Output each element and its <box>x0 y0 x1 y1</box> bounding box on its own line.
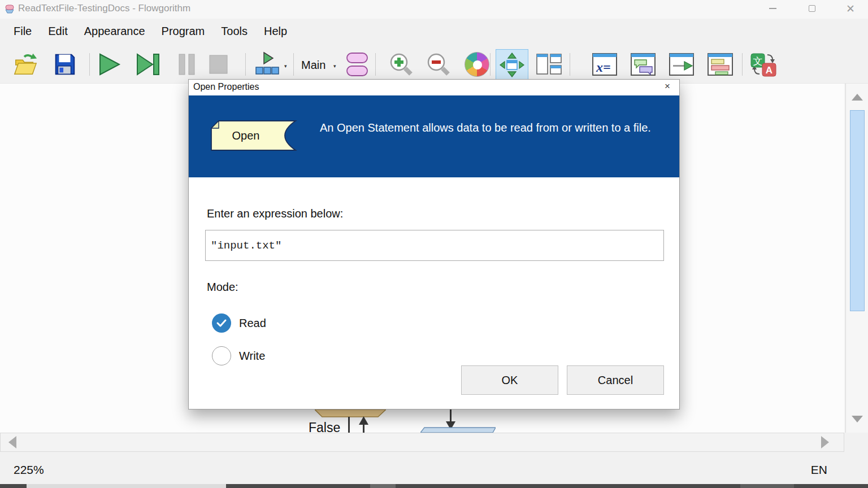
status-bar: 225% EN <box>0 452 868 484</box>
restore-icon <box>809 5 815 12</box>
zoom-in-button[interactable] <box>388 51 415 78</box>
pan-view-button[interactable] <box>496 49 528 81</box>
output-window-icon <box>668 51 695 78</box>
console-window-icon <box>630 51 657 78</box>
toolbar-separator <box>490 53 491 76</box>
toolbar-separator <box>570 53 570 76</box>
flow-line <box>450 409 452 422</box>
flow-line <box>348 417 350 433</box>
menu-item-program[interactable]: Program <box>162 25 205 38</box>
function-selector-caret[interactable]: ▾ <box>333 63 336 69</box>
scroll-down-arrow[interactable] <box>852 416 863 422</box>
radio-selected-icon[interactable] <box>212 313 231 333</box>
console-window-button[interactable] <box>630 51 657 78</box>
step-run-button[interactable] <box>253 51 281 78</box>
toolbar-separator <box>375 53 376 76</box>
radio-unselected-icon[interactable] <box>212 346 231 365</box>
svg-text:A: A <box>766 65 772 76</box>
zoom-level-label: 225% <box>14 463 44 477</box>
run-button[interactable] <box>94 51 123 78</box>
play-icon <box>94 51 123 77</box>
dialog-banner: Open An Open Statement allows data to be… <box>189 95 679 177</box>
variable-watch-icon: x= <box>591 51 618 78</box>
close-button[interactable]: ✕ <box>837 0 863 17</box>
chart-colors-button[interactable] <box>463 51 491 78</box>
pan-arrows-icon <box>498 52 526 78</box>
output-window-button[interactable] <box>668 51 695 78</box>
zoom-in-icon <box>388 51 415 78</box>
mode-option-write[interactable]: Write <box>212 346 265 365</box>
app-icon <box>5 4 15 14</box>
toolbar-separator <box>742 53 743 76</box>
execution-chart-button[interactable] <box>706 51 734 78</box>
mode-label: Mode: <box>207 281 238 294</box>
function-shapes-icon <box>343 51 371 78</box>
write-option-label: Write <box>239 350 265 363</box>
read-option-label: Read <box>239 317 266 330</box>
svg-text:x=: x= <box>596 60 611 75</box>
minimize-icon <box>769 8 776 9</box>
mode-option-read[interactable]: Read <box>212 313 266 333</box>
function-selector[interactable]: Main <box>301 59 326 72</box>
translate-button[interactable]: 文 A <box>749 51 778 78</box>
zoom-out-icon <box>425 51 452 78</box>
pause-button[interactable] <box>173 51 201 78</box>
check-icon <box>216 319 227 328</box>
save-floppy-icon <box>51 51 77 77</box>
dialog-description: An Open Statement allows data to be read… <box>320 120 666 136</box>
menu-item-file[interactable]: File <box>14 25 32 38</box>
flow-line <box>363 424 364 433</box>
svg-text:文: 文 <box>753 56 763 67</box>
dialog-close-button[interactable]: × <box>660 81 675 94</box>
menu-item-edit[interactable]: Edit <box>48 25 67 38</box>
execution-chart-icon <box>706 51 734 78</box>
menu-item-help[interactable]: Help <box>264 25 287 38</box>
window-titlebar: ReadTextFile-TestingDocs - Flowgorithm ✕ <box>0 0 868 19</box>
window-title: ReadTextFile-TestingDocs - Flowgorithm <box>18 3 190 14</box>
loop-shape-fragment[interactable] <box>315 409 386 418</box>
minimize-button[interactable] <box>760 0 785 17</box>
expression-label: Enter an expression below: <box>207 207 343 220</box>
cancel-button[interactable]: Cancel <box>567 365 664 395</box>
toolbar-separator <box>89 53 90 76</box>
open-file-button[interactable] <box>12 51 38 78</box>
open-folder-icon <box>12 51 38 77</box>
scroll-up-arrow[interactable] <box>852 94 863 101</box>
menu-item-appearance[interactable]: Appearance <box>84 25 145 38</box>
zoom-out-button[interactable] <box>425 51 452 78</box>
menu-item-tools[interactable]: Tools <box>221 25 248 38</box>
scroll-left-arrow[interactable] <box>8 436 16 448</box>
toolbar-separator <box>245 53 246 76</box>
false-branch-label: False <box>309 420 340 433</box>
restore-button[interactable] <box>799 0 825 17</box>
scroll-right-arrow[interactable] <box>821 436 829 448</box>
toolbar-separator <box>293 53 294 76</box>
open-shape-label: Open <box>232 129 260 142</box>
save-button[interactable] <box>51 51 77 78</box>
function-shapes-button[interactable] <box>343 51 371 78</box>
dialog-title: Open Properties <box>193 82 259 92</box>
taskbar-edge <box>0 484 868 488</box>
window-layout-button[interactable] <box>535 51 563 78</box>
ok-button[interactable]: OK <box>461 365 558 395</box>
pause-icon <box>173 51 201 77</box>
step-forward-button[interactable] <box>133 51 162 78</box>
vertical-scrollbar <box>845 84 868 433</box>
dialog-titlebar: Open Properties × <box>189 80 679 95</box>
open-statement-shape: Open <box>211 120 297 151</box>
vertical-scroll-thumb[interactable] <box>850 110 865 311</box>
translate-icon: 文 A <box>749 51 778 78</box>
stop-icon <box>205 51 232 77</box>
stop-button[interactable] <box>205 51 232 78</box>
step-run-icon <box>253 51 281 78</box>
io-shape-fragment[interactable] <box>420 427 496 433</box>
language-label: EN <box>811 463 827 477</box>
step-run-dropdown-caret[interactable]: ▾ <box>284 63 287 69</box>
window-layout-icon <box>535 51 563 78</box>
horizontal-scrollbar <box>0 433 844 452</box>
flowgorithm-window: ReadTextFile-TestingDocs - Flowgorithm ✕… <box>0 0 868 488</box>
open-properties-dialog: Open Properties × Open An Open Statement… <box>188 79 680 409</box>
menu-bar: File Edit Appearance Program Tools Help <box>0 19 868 44</box>
expression-input[interactable] <box>205 230 664 261</box>
variable-watch-button[interactable]: x= <box>591 51 618 78</box>
